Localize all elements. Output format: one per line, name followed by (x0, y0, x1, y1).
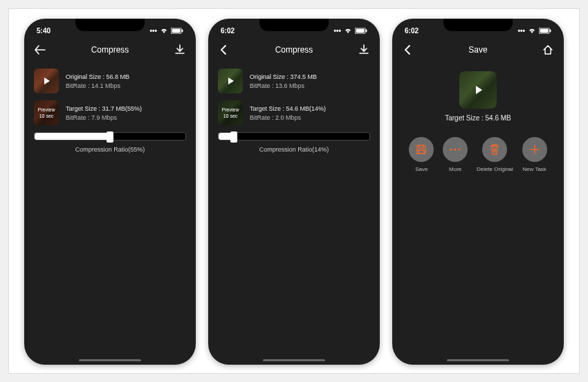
signal-icon: ••• (517, 27, 525, 35)
svg-rect-8 (550, 29, 551, 32)
action-label: More (449, 166, 461, 172)
original-text: Original Size : 56.8 MB BitRate : 14.1 M… (66, 73, 129, 89)
signal-icon: ••• (333, 27, 341, 35)
home-button[interactable] (542, 44, 554, 56)
header-title: Save (414, 45, 542, 55)
status-time: 6:02 (405, 27, 419, 35)
play-icon (34, 69, 59, 93)
svg-rect-7 (540, 28, 549, 33)
status-time: 5:40 (37, 27, 50, 35)
screen-header: Compress (24, 38, 196, 63)
original-row: Original Size : 56.8 MB BitRate : 14.1 M… (34, 69, 186, 93)
original-bitrate-label: BitRate : 14.1 Mbps (66, 82, 129, 89)
notch (443, 19, 513, 31)
status-icons: ••• (333, 27, 367, 35)
action-save[interactable]: Save (409, 137, 434, 172)
action-label: Delete Original (477, 166, 513, 172)
status-icons: ••• (517, 27, 551, 35)
status-time: 6:02 (221, 27, 235, 35)
slider-fill (35, 133, 110, 140)
play-icon (459, 71, 497, 109)
home-indicator (263, 359, 325, 361)
wifi-icon (344, 27, 352, 34)
preview-thumb[interactable]: Preview 10 sec (218, 100, 243, 125)
screen-header: Compress (208, 38, 380, 63)
more-icon (443, 137, 468, 162)
back-button[interactable] (402, 44, 414, 56)
target-text: Target Size : 31.7 MB(55%) BitRate : 7.9… (66, 105, 142, 121)
action-label: New Task (522, 166, 546, 172)
home-indicator (79, 359, 141, 361)
trash-icon (482, 137, 507, 162)
saved-video-thumb[interactable] (459, 71, 497, 109)
original-size-label: Original Size : 56.8 MB (66, 73, 129, 80)
target-row: Preview 10 sec Target Size : 31.7 MB(55%… (34, 100, 186, 125)
battery-icon (355, 28, 367, 34)
action-more[interactable]: More (443, 137, 468, 172)
preview-bottom-text: 10 sec (223, 113, 238, 119)
home-icon (542, 44, 553, 55)
download-icon (174, 44, 185, 55)
preview-thumb[interactable]: Preview 10 sec (34, 100, 59, 125)
svg-rect-4 (356, 28, 365, 33)
save-icon (409, 137, 434, 162)
screenshot-canvas: 5:40 ••• Compress (8, 8, 580, 374)
slider-knob[interactable] (107, 131, 113, 143)
back-button[interactable] (218, 44, 230, 56)
play-icon (218, 69, 243, 93)
preview-top-text: Preview (38, 107, 55, 113)
compression-slider[interactable] (34, 132, 186, 140)
content-area: Target Size : 54.6 MB Save More (392, 63, 564, 178)
header-title: Compress (230, 45, 358, 55)
back-button[interactable] (34, 44, 46, 56)
battery-icon (539, 28, 551, 34)
svg-point-10 (454, 148, 457, 150)
original-text: Original Size : 374.5 MB BitRate : 13.6 … (250, 73, 317, 89)
download-button[interactable] (358, 44, 370, 56)
back-arrow-icon (35, 45, 46, 55)
download-button[interactable] (174, 44, 186, 56)
slider-knob[interactable] (230, 131, 237, 143)
compression-slider[interactable] (218, 132, 370, 140)
screen-header: Save (392, 38, 564, 63)
original-video-thumb[interactable] (34, 69, 59, 93)
original-size-label: Original Size : 374.5 MB (250, 73, 317, 80)
preview-thumb-label: Preview 10 sec (218, 100, 243, 125)
plus-icon (522, 137, 547, 162)
original-bitrate-label: BitRate : 13.6 Mbps (250, 82, 317, 89)
target-text: Target Size : 54.6 MB(14%) BitRate : 2.0… (250, 105, 326, 121)
preview-thumb-label: Preview 10 sec (34, 100, 59, 125)
wifi-icon (160, 27, 168, 34)
action-new-task[interactable]: New Task (522, 137, 547, 172)
phone-frame-2: 6:02 ••• Compress (208, 19, 380, 365)
action-row: Save More Delete Original (402, 137, 554, 172)
chevron-left-icon (404, 45, 412, 55)
action-label: Save (415, 166, 428, 172)
original-row: Original Size : 374.5 MB BitRate : 13.6 … (218, 69, 370, 93)
preview-bottom-text: 10 sec (39, 113, 54, 119)
header-title: Compress (46, 45, 174, 55)
svg-point-9 (450, 148, 452, 150)
signal-icon: ••• (149, 27, 157, 35)
original-video-thumb[interactable] (218, 69, 243, 93)
save-target-size: Target Size : 54.6 MB (402, 114, 554, 122)
target-size-label: Target Size : 31.7 MB(55%) (66, 105, 142, 112)
svg-point-11 (459, 148, 461, 150)
target-bitrate-label: BitRate : 2.0 Mbps (250, 114, 326, 121)
target-row: Preview 10 sec Target Size : 54.6 MB(14%… (218, 100, 370, 125)
status-icons: ••• (149, 27, 183, 35)
target-size-label: Target Size : 54.6 MB(14%) (250, 105, 326, 112)
phone-frame-1: 5:40 ••• Compress (24, 19, 196, 365)
home-indicator (447, 359, 509, 361)
ratio-caption: Compression Ratio(55%) (34, 146, 186, 153)
svg-rect-5 (366, 29, 367, 32)
notch (259, 19, 329, 31)
svg-rect-1 (172, 28, 181, 33)
chevron-left-icon (220, 45, 228, 55)
svg-rect-2 (182, 29, 183, 32)
phone-frame-3: 6:02 ••• Save Target Size : 54.6 MB (392, 19, 564, 365)
wifi-icon (528, 27, 536, 34)
target-bitrate-label: BitRate : 7.9 Mbps (66, 114, 142, 121)
content-area: Original Size : 374.5 MB BitRate : 13.6 … (208, 63, 380, 158)
action-delete-original[interactable]: Delete Original (477, 137, 513, 172)
